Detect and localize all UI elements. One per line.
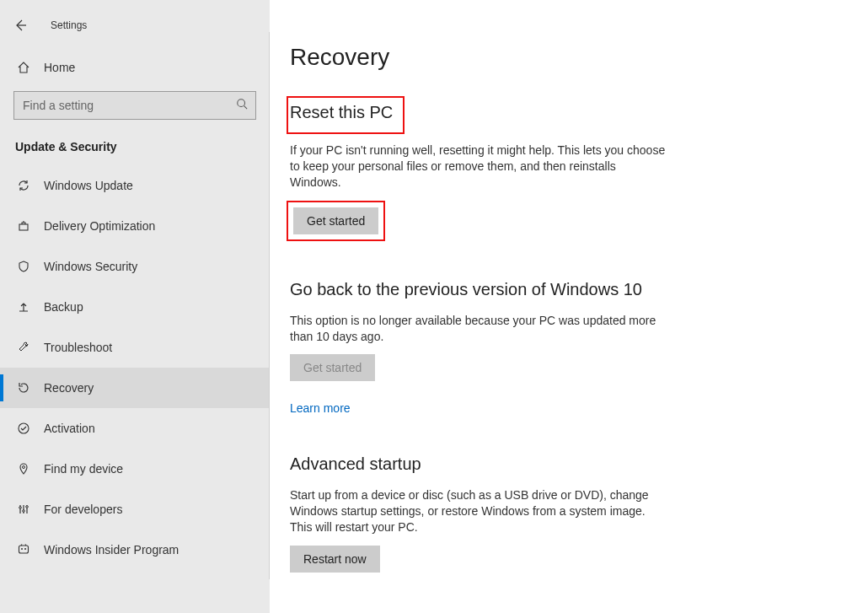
sidebar-item-windows-update[interactable]: Windows Update — [0, 165, 270, 206]
recovery-icon — [15, 381, 32, 395]
location-icon — [15, 462, 32, 476]
svg-point-9 — [19, 507, 22, 509]
svg-point-5 — [23, 466, 25, 469]
get-started-goback-button: Get started — [290, 354, 375, 381]
reset-title: Reset this PC — [287, 96, 405, 134]
svg-rect-12 — [19, 546, 29, 553]
sidebar-item-delivery-optimization[interactable]: Delivery Optimization — [0, 206, 270, 246]
search-icon — [236, 98, 248, 113]
reset-button-highlight: Get started — [287, 201, 385, 241]
advanced-title: Advanced startup — [290, 454, 843, 474]
svg-point-4 — [19, 423, 29, 433]
nav-label: Recovery — [44, 381, 94, 395]
restart-now-button[interactable]: Restart now — [290, 546, 380, 573]
sidebar-item-for-developers[interactable]: For developers — [0, 489, 270, 530]
nav-label: Windows Insider Program — [44, 543, 179, 557]
wrench-icon — [15, 341, 32, 354]
sidebar-item-find-my-device[interactable]: Find my device — [0, 449, 270, 489]
nav-label: Windows Update — [44, 179, 133, 192]
refresh-icon — [15, 179, 32, 192]
sidebar: Settings Home Update & Security Windows … — [0, 0, 270, 613]
sidebar-item-windows-security[interactable]: Windows Security — [0, 246, 270, 287]
insider-icon — [15, 543, 32, 557]
advanced-text: Start up from a device or disc (such as … — [290, 487, 669, 535]
nav-label: Activation — [44, 422, 95, 435]
goback-title: Go back to the previous version of Windo… — [290, 280, 843, 299]
get-started-reset-button[interactable]: Get started — [293, 207, 378, 234]
nav-label: Backup — [44, 300, 83, 314]
goback-text: This option is no longer available becau… — [290, 313, 669, 345]
nav-label: Delivery Optimization — [44, 219, 155, 233]
svg-point-1 — [238, 99, 245, 107]
sidebar-item-recovery[interactable]: Recovery — [0, 368, 270, 408]
svg-rect-3 — [19, 224, 28, 230]
nav-label: Find my device — [44, 462, 123, 476]
sidebar-group-title: Update & Security — [15, 140, 255, 153]
sidebar-item-troubleshoot[interactable]: Troubleshoot — [0, 327, 270, 368]
nav-label: Windows Security — [44, 260, 137, 273]
svg-point-14 — [24, 548, 26, 550]
header-row: Settings — [0, 10, 270, 40]
svg-point-11 — [26, 506, 29, 508]
search-container — [13, 91, 256, 120]
svg-point-13 — [21, 548, 23, 550]
app-title: Settings — [51, 19, 87, 31]
shield-icon — [15, 260, 32, 273]
nav-list: Windows Update Delivery Optimization Win… — [0, 165, 270, 570]
reset-text: If your PC isn't running well, resetting… — [290, 142, 669, 191]
sidebar-item-activation[interactable]: Activation — [0, 408, 270, 449]
learn-more-link[interactable]: Learn more — [290, 401, 351, 415]
main-content: Recovery Reset this PC If your PC isn't … — [270, 0, 868, 613]
sidebar-divider — [269, 32, 270, 579]
sliders-icon — [15, 503, 32, 516]
search-input[interactable] — [13, 91, 256, 120]
home-icon — [15, 61, 32, 74]
nav-label: Troubleshoot — [44, 341, 112, 354]
sidebar-item-windows-insider[interactable]: Windows Insider Program — [0, 530, 270, 570]
backup-icon — [15, 300, 32, 314]
sidebar-item-home[interactable]: Home — [0, 52, 270, 83]
back-arrow-icon[interactable] — [0, 19, 40, 32]
check-circle-icon — [15, 422, 32, 435]
page-title: Recovery — [290, 44, 843, 71]
home-label: Home — [44, 61, 75, 74]
section-go-back: Go back to the previous version of Windo… — [290, 280, 843, 417]
svg-line-2 — [244, 106, 248, 110]
section-advanced-startup: Advanced startup Start up from a device … — [290, 454, 843, 573]
svg-point-10 — [23, 510, 25, 513]
delivery-icon — [15, 219, 32, 233]
sidebar-item-backup[interactable]: Backup — [0, 287, 270, 327]
section-reset-this-pc: Reset this PC If your PC isn't running w… — [290, 96, 843, 241]
nav-label: For developers — [44, 503, 122, 516]
